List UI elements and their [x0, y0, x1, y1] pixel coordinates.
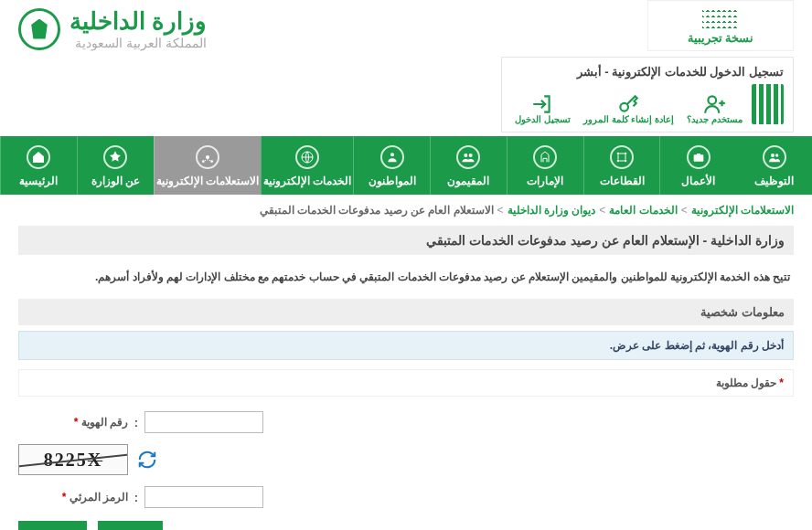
nav-item-3[interactable]: الخدمات الإلكترونية — [261, 136, 353, 195]
svg-point-10 — [625, 153, 627, 155]
svg-point-9 — [617, 153, 620, 155]
brand-block: وزارة الداخلية المملكة العربية السعودية — [18, 0, 207, 58]
section-header-personal-info: معلومات شخصية — [18, 299, 794, 325]
login-icon — [530, 92, 554, 112]
nav-icon — [456, 145, 480, 169]
nav-item-8[interactable]: الأعمال — [659, 136, 736, 195]
svg-point-8 — [469, 154, 473, 157]
nav-icon — [380, 145, 404, 169]
nav-item-7[interactable]: القطاعات — [583, 136, 660, 195]
portal-banner: نسخة تجريبية — [647, 0, 794, 51]
required-fields-note: * حقول مطلوبة — [18, 369, 794, 397]
nav-item-9[interactable]: التوظيف — [736, 136, 812, 195]
svg-point-14 — [771, 154, 775, 157]
nav-item-1[interactable]: عن الوزارة — [77, 136, 154, 195]
svg-point-15 — [775, 154, 778, 156]
captcha-image: X8225 — [18, 444, 128, 475]
breadcrumb: الاستعلامات الإلكترونية>الخدمات العامة>د… — [0, 195, 812, 226]
brand-title: وزارة الداخلية — [69, 7, 207, 36]
nav-icon — [103, 145, 127, 169]
absher-title: تسجيل الدخول للخدمات الإلكترونية - أبشر — [511, 63, 784, 84]
main-nav: الرئيسيةعن الوزارةالاستعلامات الإلكتروني… — [0, 136, 812, 195]
absher-new-user-link[interactable]: مستخدم جديد؟ — [683, 92, 746, 124]
submit-button[interactable]: عرض — [18, 521, 87, 530]
banner-dots-icon — [702, 6, 739, 28]
svg-point-6 — [390, 153, 394, 156]
page-description: تتيح هذه الخدمة الإلكترونية للمواطنين وا… — [18, 255, 794, 299]
nav-item-5[interactable]: المقيمون — [430, 136, 507, 195]
svg-rect-13 — [694, 154, 704, 161]
svg-point-7 — [465, 154, 468, 157]
id-number-label: رقم الهوية * — [18, 416, 128, 429]
banner-subtitle: نسخة تجريبية — [657, 31, 784, 45]
breadcrumb-link[interactable]: الاستعلامات الإلكترونية — [691, 204, 794, 217]
absher-login-box: تسجيل الدخول للخدمات الإلكترونية - أبشر … — [501, 57, 794, 132]
absher-login-link[interactable]: تسجيل الدخول — [511, 92, 574, 124]
nav-item-0[interactable]: الرئيسية — [0, 136, 77, 195]
clear-button[interactable]: مسح — [98, 521, 163, 530]
nav-icon — [763, 145, 786, 169]
captcha-refresh-icon[interactable] — [137, 450, 157, 470]
breadcrumb-current: الاستعلام العام عن رصيد مدفوعات الخدمات … — [260, 204, 494, 217]
captcha-input[interactable] — [144, 486, 263, 508]
breadcrumb-link[interactable]: ديوان وزارة الداخلية — [508, 204, 596, 217]
nav-icon — [610, 145, 634, 169]
form-hint: أدخل رقم الهوية، ثم إضغط على عرض. — [18, 331, 794, 360]
absher-reset-password-link[interactable]: إعادة إنشاء كلمة المرور — [580, 92, 678, 124]
key-reset-icon — [616, 92, 640, 112]
absher-logo-icon — [752, 84, 784, 124]
svg-point-4 — [210, 160, 213, 163]
page-title: وزارة الداخلية - الإستعلام العام عن رصيد… — [18, 226, 794, 255]
moi-seal-icon — [18, 8, 60, 50]
id-number-input[interactable] — [144, 411, 263, 433]
svg-point-2 — [206, 155, 209, 159]
nav-item-2[interactable]: الاستعلامات الإلكترونية — [154, 136, 261, 195]
nav-icon — [687, 145, 710, 169]
nav-item-4[interactable]: المواطنون — [353, 136, 430, 195]
svg-point-0 — [708, 96, 716, 104]
svg-point-12 — [625, 160, 627, 163]
svg-point-11 — [617, 160, 620, 163]
breadcrumb-link[interactable]: الخدمات العامة — [609, 204, 677, 217]
user-plus-icon — [703, 92, 727, 112]
brand-subtitle: المملكة العربية السعودية — [69, 36, 207, 50]
nav-icon — [196, 145, 219, 169]
nav-icon — [295, 145, 319, 169]
svg-point-3 — [202, 160, 205, 163]
nav-item-6[interactable]: الإمارات — [507, 136, 583, 195]
nav-icon — [27, 145, 50, 169]
captcha-label: الرمز المرئي * — [18, 491, 128, 504]
nav-icon — [533, 145, 557, 169]
